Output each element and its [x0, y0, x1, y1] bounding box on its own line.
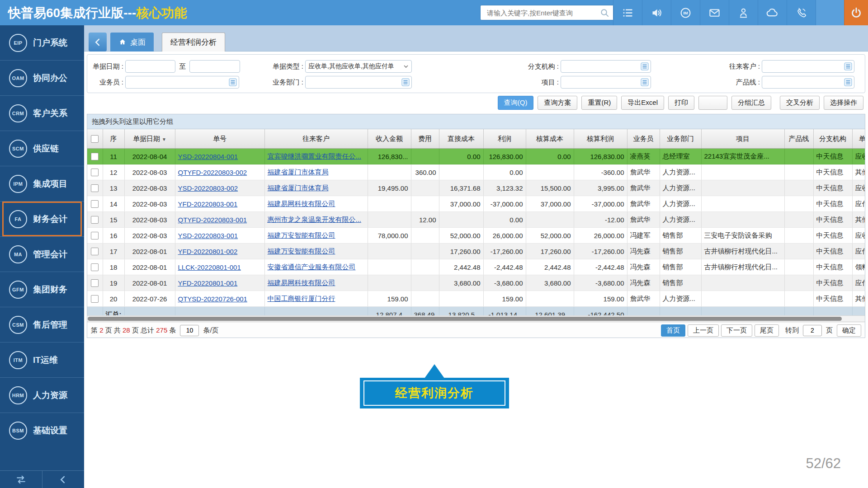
customer-link[interactable]: 宜宾骏继洪骝置业有限责任公... — [268, 152, 362, 160]
query-plan-button[interactable]: 查询方案 — [538, 96, 577, 110]
customer-link[interactable]: 中国工商银行厦门分行 — [268, 295, 335, 302]
col-header-expense[interactable]: 费用 — [411, 129, 439, 149]
branch-input[interactable] — [561, 60, 651, 73]
lookup-icon[interactable] — [401, 78, 410, 86]
tab-desktop[interactable]: 桌面 — [110, 33, 154, 52]
first-page-button[interactable]: 首页 — [661, 324, 685, 337]
col-header-branch[interactable]: 分支机构 — [813, 129, 852, 149]
sidebar-item-ma[interactable]: MA管理会计 — [0, 236, 84, 272]
customer-link[interactable]: 福建易网科技有限公司 — [268, 279, 335, 286]
doc-no-link[interactable]: YSD-20220804-001 — [178, 153, 238, 160]
row-checkbox[interactable] — [91, 295, 99, 303]
horizontal-scrollbar[interactable] — [87, 315, 865, 322]
col-header-salesman[interactable]: 业务员 — [627, 129, 660, 149]
sidebar-item-itm[interactable]: ITMIT运维 — [0, 342, 84, 377]
cloud-icon[interactable] — [758, 0, 787, 25]
customer-link[interactable]: 惠州市龙之泉温泉开发有限公... — [268, 216, 362, 223]
tab-profit-analysis[interactable]: 经营利润分析 — [162, 33, 225, 52]
query-button[interactable]: 查询(Q) — [498, 96, 534, 110]
col-header-doc-no[interactable]: 单号 — [175, 129, 264, 149]
goto-page-input[interactable] — [803, 325, 822, 336]
salesman-input[interactable] — [125, 76, 239, 89]
sidebar-item-gfm[interactable]: GFM集团财务 — [0, 272, 84, 307]
row-checkbox[interactable] — [91, 248, 99, 255]
table-row[interactable]: 122022-08-03QTYFD-20220803-002福建省厦门市体育局3… — [87, 164, 865, 180]
doc-no-link[interactable]: YSD-20220803-001 — [178, 232, 238, 239]
row-checkbox[interactable] — [91, 263, 99, 271]
next-page-button[interactable]: 下一页 — [721, 324, 752, 337]
row-checkbox[interactable] — [91, 279, 99, 287]
date-to-input[interactable] — [189, 60, 240, 73]
customer-input[interactable] — [762, 60, 854, 73]
im-icon[interactable]: IM — [671, 0, 700, 25]
blank-button[interactable] — [816, 0, 844, 25]
sidebar-item-hrm[interactable]: HRM人力资源 — [0, 377, 84, 413]
customer-link[interactable]: 福建省厦门市体育局 — [268, 168, 329, 176]
table-row[interactable]: 202022-07-26QTYSD-20220726-001中国工商银行厦门分行… — [87, 291, 865, 307]
reset-button[interactable]: 重置(R) — [581, 96, 617, 110]
lookup-icon[interactable] — [844, 62, 852, 70]
sidebar-item-eip[interactable]: EIP门户系统 — [0, 25, 84, 60]
doc-no-link[interactable]: QTYSD-20220726-001 — [178, 295, 247, 303]
swap-icon[interactable] — [0, 471, 42, 488]
sidebar-item-oam[interactable]: OAM协同办公 — [0, 60, 84, 95]
blank-toolbar-button[interactable] — [698, 96, 727, 110]
user-icon[interactable] — [729, 0, 758, 25]
lookup-icon[interactable] — [229, 78, 237, 86]
sidebar-item-scm[interactable]: SCM供应链 — [0, 131, 84, 166]
customer-link[interactable]: 福建万安智能有限公司 — [268, 247, 335, 255]
table-row[interactable]: 112022-08-04YSD-20220804-001宜宾骏继洪骝置业有限责任… — [87, 149, 865, 164]
lookup-icon[interactable] — [641, 78, 649, 86]
sidebar-item-bsm[interactable]: BSM基础设置 — [0, 413, 84, 448]
doc-no-link[interactable]: YFD-20220801-001 — [178, 279, 238, 287]
group-by-bar[interactable]: 拖拽列头到这里以用它分组 — [87, 114, 865, 129]
col-header-profit[interactable]: 利润 — [483, 129, 526, 149]
cross-analysis-button[interactable]: 交叉分析 — [780, 96, 820, 110]
col-header-income[interactable]: 收入金额 — [368, 129, 411, 149]
group-summary-button[interactable]: 分组汇总 — [731, 96, 771, 110]
table-row[interactable]: 142022-08-03YFD-20220803-001福建易网科技有限公司37… — [87, 196, 865, 212]
select-operation-button[interactable]: 选择操作 — [824, 96, 863, 110]
search-icon[interactable] — [599, 8, 610, 18]
customer-link[interactable]: 福建省厦门市体育局 — [268, 184, 329, 192]
export-excel-button[interactable]: 导出Excel — [621, 96, 664, 110]
collapse-sidebar-icon[interactable] — [42, 471, 85, 488]
table-row[interactable]: 152022-08-03QTYFD-20220803-001惠州市龙之泉温泉开发… — [87, 212, 865, 228]
doc-no-link[interactable]: QTYFD-20220803-002 — [178, 169, 247, 176]
project-input[interactable] — [561, 76, 651, 89]
row-checkbox[interactable] — [91, 153, 99, 160]
doc-no-link[interactable]: YSD-20220803-002 — [178, 184, 238, 192]
goto-confirm-button[interactable]: 确定 — [837, 324, 861, 337]
dept-input[interactable] — [305, 76, 412, 89]
doc-type-select[interactable]: 应收单,其他应收单,其他应付单 — [305, 60, 412, 73]
prev-page-button[interactable]: 上一页 — [688, 324, 719, 337]
page-size-input[interactable] — [180, 325, 199, 336]
last-page-button[interactable]: 尾页 — [755, 324, 779, 337]
col-header-department[interactable]: 业务部门 — [660, 129, 701, 149]
col-header-project[interactable]: 项目 — [701, 129, 784, 149]
scrollbar-thumb[interactable] — [88, 317, 842, 321]
col-header-date[interactable]: 单据日期▼ — [124, 129, 175, 149]
col-header-product-line[interactable]: 产品线 — [784, 129, 813, 149]
tab-back-button[interactable] — [89, 33, 107, 52]
customer-link[interactable]: 福建万安智能有限公司 — [268, 231, 335, 239]
row-checkbox[interactable] — [91, 169, 99, 176]
row-checkbox[interactable] — [91, 216, 99, 224]
col-header-account-profit[interactable]: 核算利润 — [574, 129, 627, 149]
speaker-icon[interactable] — [642, 0, 671, 25]
customer-link[interactable]: 福建易网科技有限公司 — [268, 200, 335, 207]
col-header-doc-type[interactable]: 单 — [852, 129, 865, 149]
sidebar-item-ipm[interactable]: IPM集成项目 — [0, 166, 84, 201]
search-input[interactable] — [486, 9, 599, 17]
select-all-checkbox[interactable] — [91, 135, 99, 143]
table-row[interactable]: 172022-08-01YFD-20220801-002福建万安智能有限公司17… — [87, 244, 865, 259]
row-checkbox[interactable] — [91, 184, 99, 192]
sidebar-item-crm[interactable]: CRM客户关系 — [0, 95, 84, 131]
sidebar-item-csm[interactable]: CSM售后管理 — [0, 307, 84, 342]
table-row[interactable]: 182022-08-01LLCK-20220801-001安徽省通信产业服务有限… — [87, 259, 865, 275]
list-icon[interactable] — [613, 0, 642, 25]
doc-no-link[interactable]: LLCK-20220801-001 — [178, 263, 241, 271]
power-icon[interactable] — [844, 0, 868, 25]
print-button[interactable]: 打印 — [668, 96, 694, 110]
col-header-seq[interactable]: 序 — [103, 129, 124, 149]
